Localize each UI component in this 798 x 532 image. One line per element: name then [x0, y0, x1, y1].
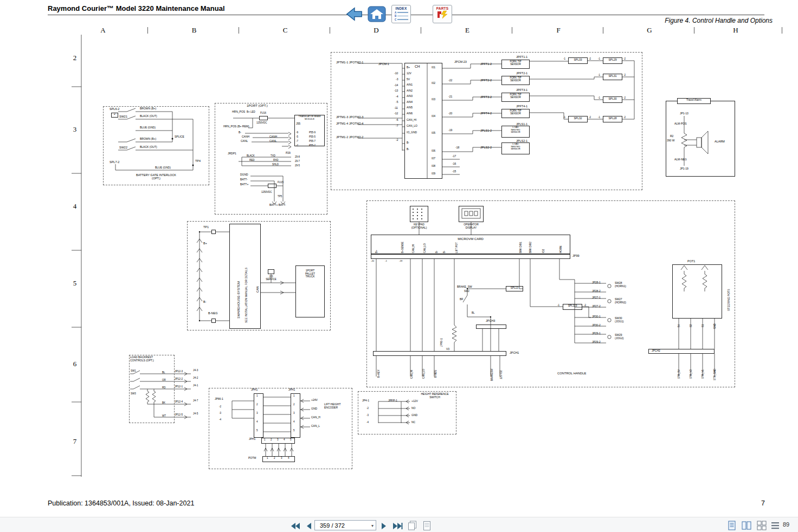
schematic-label: 5V	[407, 78, 410, 81]
schematic-label: JP12-1	[175, 385, 183, 388]
schematic-label: WT	[162, 414, 166, 417]
schematic-label: B+KEY	[377, 369, 380, 378]
schematic-label: JPFT2-1	[516, 72, 527, 75]
schematic-label: I07	[432, 157, 435, 160]
height-reference-switch-label: HEIGHT REFERENCE SWITCH	[414, 393, 455, 399]
schematic-label: JP12-5	[175, 413, 183, 416]
schematic-label: JPTM1-2 JPOTM2-2	[336, 135, 363, 139]
load-backrest-area	[129, 355, 175, 423]
schematic-label: -2	[366, 407, 369, 410]
schematic-label: B+	[375, 250, 378, 253]
schematic-label: -21	[448, 95, 452, 99]
pallet-truck-label: 1PORT PALLET TRUCK	[295, 269, 325, 278]
schematic-label: 5	[256, 429, 258, 432]
schematic-label: -2	[219, 405, 221, 408]
schematic-label: CAN_L	[311, 425, 320, 428]
schematic-label: HRN_POS	[232, 111, 245, 114]
schematic-label: 3	[281, 457, 282, 459]
schematic-label: -2	[589, 116, 591, 119]
page-number-input[interactable]: 359 / 372 ▾	[314, 520, 376, 530]
schematic-label: -12	[394, 112, 398, 115]
first-page-icon[interactable]	[291, 522, 300, 532]
schematic-label: B-	[239, 131, 241, 134]
schematic-label: SPL6-2	[110, 107, 119, 111]
schematic-label: I05	[432, 132, 435, 135]
schematic-label: CAN_LO	[422, 369, 425, 379]
schematic-label: I09	[432, 172, 435, 176]
schematic-label: JP4-1	[362, 399, 369, 403]
schematic-label: JP90-1	[440, 338, 443, 347]
schematic-label: BLACK	[247, 154, 255, 157]
load-backrest-label: LOAD BACKREST CONTROLS (OPT.)	[130, 356, 154, 362]
schematic-label: STR_5V	[678, 369, 680, 379]
schematic-label: 3	[293, 412, 295, 414]
schematic-label: J4-7	[193, 399, 198, 402]
fork-tip-sensor-1-label: FORK TIP SENSOR	[501, 60, 530, 66]
schematic-label: S2	[690, 324, 692, 327]
schematic-label: BR	[460, 298, 463, 301]
last-page-icon[interactable]	[392, 522, 403, 532]
page-view-icon[interactable]	[423, 521, 431, 532]
schematic-label: JP28-2	[592, 290, 601, 293]
schematic-label: BLUE (GND)	[140, 126, 156, 129]
schematic-label: 1250VDC	[256, 121, 267, 124]
schematic-label: RD	[162, 386, 166, 389]
schematic-label: 1	[264, 438, 266, 441]
chevron-down-icon[interactable]: ▾	[371, 521, 374, 531]
jpch1-connector	[373, 351, 506, 356]
schematic-label: B-	[203, 300, 207, 303]
schematic-label: JP29-2	[592, 341, 601, 344]
next-page-icon[interactable]	[381, 522, 388, 532]
schematic-label: J4-5	[193, 412, 198, 415]
schematic-label: CAN_HI	[412, 244, 415, 253]
two-page-layout-icon[interactable]	[742, 521, 751, 532]
schematic-label: -1	[598, 74, 600, 76]
grid-layout-icon[interactable]	[757, 521, 767, 532]
schematic-label: 29-8	[295, 155, 300, 158]
schematic-label: V3	[446, 348, 449, 351]
previous-page-icon[interactable]	[305, 522, 312, 532]
schematic-label: -2	[623, 57, 626, 60]
schematic-label: J55	[296, 122, 300, 126]
page-copy-icon[interactable]	[408, 521, 417, 532]
schematic-label: 2	[271, 438, 272, 441]
schematic-label: B-	[435, 251, 438, 254]
schematic-label: 4	[288, 457, 289, 459]
schematic-label: JPFT3-1	[516, 88, 527, 92]
schematic-label: -7	[396, 125, 398, 128]
tp1-pad-bottom	[211, 319, 216, 323]
microvm-card-label: MICROVM CARD	[371, 237, 570, 241]
schematic-label: CANH	[269, 135, 277, 139]
schematic-label: -4	[396, 95, 398, 99]
jph1-right-box	[291, 393, 300, 438]
schematic-label: SPL7-2	[110, 160, 119, 164]
schematic-label: -3	[219, 412, 221, 414]
schematic-label: 29-7	[295, 160, 300, 163]
schematic-label: AIN1	[407, 83, 413, 87]
list-layout-icon[interactable]	[771, 521, 780, 532]
schematic-label: 2	[293, 403, 295, 406]
oneport-label: 1PORT (OPT.)	[247, 104, 268, 108]
sw29-jog2-label: SW29 (JOG2)	[615, 334, 623, 340]
alarm-label: ALARM	[715, 140, 725, 143]
schematic-label: B-NEG	[208, 312, 217, 315]
single-page-layout-icon[interactable]	[728, 521, 736, 532]
viewer-toolbar	[0, 517, 798, 532]
schematic-label: P55-2	[309, 144, 316, 147]
translator-beam-module-label: TRANSLATOR BEAM MODULE	[294, 115, 325, 120]
schematic-label: +24V	[311, 399, 318, 402]
schematic-label: 1	[293, 394, 295, 397]
schematic-label: HRN_POS (B+ REM)	[223, 125, 249, 128]
schematic-label: BRAKE_SW	[457, 286, 472, 289]
travel-alarm-box	[666, 101, 735, 177]
schematic-label: S1	[702, 324, 704, 327]
schematic-label: AIN5	[407, 106, 413, 109]
schematic-label: AIN6	[407, 112, 413, 115]
schematic-label: SPL13	[506, 287, 523, 289]
schematic-label: SPL29	[603, 59, 622, 62]
schematic-label: BRK DIR2	[529, 242, 532, 253]
schematic-label: -5	[296, 135, 298, 138]
manual-page: Raymond Courier™ Model 3220 Maintenance …	[0, 0, 798, 532]
schematic-label: 4	[284, 438, 285, 441]
schematic-label: JPCH2	[652, 349, 660, 353]
